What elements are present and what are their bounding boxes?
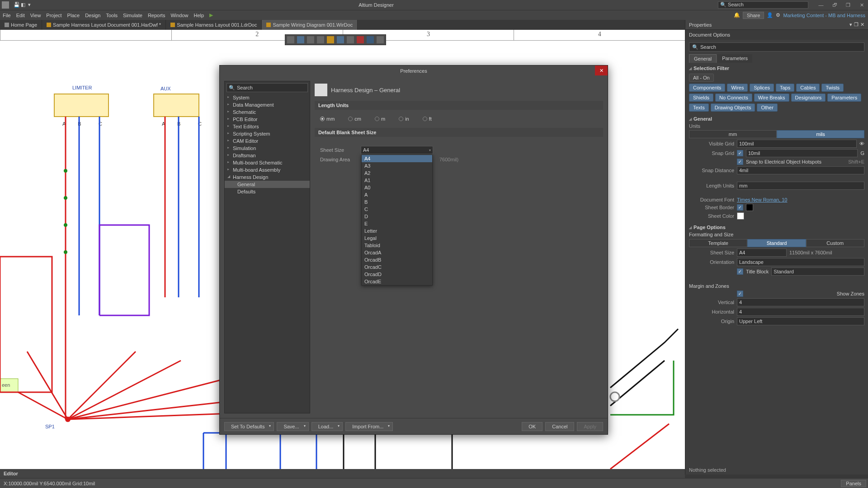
option-tabloid[interactable]: Tabloid [362, 242, 432, 249]
delete-icon[interactable] [357, 36, 364, 43]
load-button[interactable]: Load... [311, 422, 343, 431]
import-button[interactable]: Import From... [345, 422, 393, 431]
wire-icon[interactable] [337, 36, 344, 43]
dialog-titlebar[interactable]: Preferences ✕ [220, 66, 608, 76]
section-title[interactable]: Selection Filter [689, 66, 864, 71]
option-d[interactable]: D [362, 213, 432, 220]
workspace-label[interactable]: Marketing Content - MB and Harness [783, 13, 865, 18]
tab-home[interactable]: Home Page [0, 20, 42, 30]
play-icon[interactable]: ▶ [209, 12, 213, 18]
filter-icon[interactable] [287, 36, 294, 43]
sheet-size-select[interactable]: A4 [737, 249, 787, 257]
save-icon[interactable]: 💾 [14, 2, 20, 8]
break-icon[interactable] [347, 36, 354, 43]
option-b[interactable]: B [362, 198, 432, 206]
properties-search[interactable]: 🔍Search [689, 42, 864, 52]
chip-components[interactable]: Components [689, 84, 725, 92]
orientation-select[interactable]: Landscape [737, 258, 864, 266]
units-mils[interactable]: mils [777, 130, 864, 138]
editor-strip-label[interactable]: Editor [4, 471, 18, 476]
global-search[interactable]: 🔍 Search [718, 1, 808, 9]
restore-button[interactable]: 🗗 [830, 2, 839, 8]
title-block-select[interactable]: Standard [771, 267, 864, 276]
option-orcada[interactable]: OrcadA [362, 249, 432, 256]
radio-mm[interactable]: mm [320, 116, 335, 122]
text-icon[interactable] [367, 36, 374, 43]
fmt-template[interactable]: Template [689, 239, 747, 247]
option-a[interactable]: A [362, 191, 432, 198]
chip-all-on[interactable]: All - On [689, 74, 714, 82]
tree-text-editors[interactable]: Text Editors [225, 123, 310, 130]
pin-icon[interactable]: ▾ [849, 22, 852, 28]
length-units-select[interactable]: mm [737, 182, 864, 190]
show-zones-check[interactable]: ✓ [737, 291, 743, 297]
option-c[interactable]: C [362, 206, 432, 213]
sheet-border-color[interactable] [746, 204, 753, 211]
chip-taps[interactable]: Taps [776, 84, 794, 92]
chip-noconnects[interactable]: No Connects [715, 94, 752, 102]
toggle-icon[interactable]: ◧ [21, 2, 27, 8]
dock-icon[interactable]: ❐ [854, 22, 859, 28]
tree-pcb-editor[interactable]: PCB Editor [225, 116, 310, 123]
chip-splices[interactable]: Splices [750, 84, 774, 92]
sheet-size-combo[interactable]: A4 A4 A3 A2 A1 A0 A B C D E Lette [361, 146, 433, 154]
floating-toolbar[interactable] [285, 34, 386, 45]
chip-parameters[interactable]: Parameters [827, 94, 861, 102]
save-button[interactable]: Save... [277, 422, 308, 431]
horizontal-input[interactable]: 4 [737, 308, 864, 316]
panels-button[interactable]: Panels [841, 480, 866, 487]
maximize-button[interactable]: ❐ [844, 2, 853, 8]
plus-icon[interactable] [297, 36, 304, 43]
tree-multiboard-assembly[interactable]: Multi-board Assembly [225, 166, 310, 174]
visible-grid-input[interactable]: 100mil [737, 140, 857, 148]
menu-reports[interactable]: Reports [148, 13, 165, 18]
circle-icon[interactable] [377, 36, 384, 43]
minimize-button[interactable]: — [816, 2, 826, 8]
close-button[interactable]: ✕ [857, 2, 866, 8]
rect-icon[interactable] [307, 36, 314, 43]
units-mm[interactable]: mm [689, 130, 777, 138]
tree-draftsman[interactable]: Draftsman [225, 152, 310, 159]
units-segmented[interactable]: mmmils [689, 130, 864, 138]
share-button[interactable]: Share [743, 12, 764, 19]
radio-m[interactable]: m [375, 116, 385, 122]
menu-design[interactable]: Design [85, 13, 100, 18]
option-a3[interactable]: A3 [362, 162, 432, 169]
close-panel-icon[interactable]: ✕ [860, 22, 864, 28]
chip-shields[interactable]: Shields [689, 94, 713, 102]
chip-other[interactable]: Other [757, 103, 778, 112]
title-block-check[interactable]: ✓ [737, 268, 743, 275]
snap-grid-input[interactable]: 10mil [746, 149, 858, 157]
menu-edit[interactable]: Edit [16, 13, 25, 18]
align-icon[interactable] [317, 36, 324, 43]
option-a4[interactable]: A4 [362, 155, 432, 162]
tree-data-management[interactable]: Data Management [225, 101, 310, 108]
tab-parameters[interactable]: Parameters [717, 54, 752, 63]
option-orcadc[interactable]: OrcadC [362, 263, 432, 271]
menu-place[interactable]: Place [67, 13, 80, 18]
chip-drawingobjects[interactable]: Drawing Objects [711, 103, 755, 112]
chip-wires[interactable]: Wires [727, 84, 748, 92]
chip-cables[interactable]: Cables [796, 84, 820, 92]
option-e[interactable]: E [362, 220, 432, 227]
prefs-search[interactable]: 🔍Search [226, 83, 308, 92]
menu-simulate[interactable]: Simulate [123, 13, 142, 18]
chip-texts[interactable]: Texts [689, 103, 709, 112]
tree-harness-general[interactable]: General [225, 181, 310, 188]
tree-simulation[interactable]: Simulation [225, 145, 310, 152]
tab-wiring-diagram[interactable]: Sample Wiring Diagram 001.WirDoc [262, 20, 358, 30]
option-a1[interactable]: A1 [362, 177, 432, 184]
option-orcade[interactable]: OrcadE [362, 278, 432, 285]
tree-system[interactable]: System [225, 94, 310, 101]
option-orcadb[interactable]: OrcadB [362, 256, 432, 263]
chevron-down-icon[interactable]: ▾ [28, 2, 34, 8]
snap-distance-input[interactable]: 4mil [737, 166, 864, 174]
tab-general[interactable]: General [689, 54, 717, 63]
vertical-input[interactable]: 4 [737, 298, 864, 306]
menu-project[interactable]: Project [46, 13, 61, 18]
menu-help[interactable]: Help [194, 13, 204, 18]
format-segmented[interactable]: TemplateStandardCustom [689, 239, 864, 247]
radio-cm[interactable]: cm [348, 116, 361, 122]
connect-icon[interactable] [327, 36, 334, 43]
snap-hotspots-check[interactable]: ✓ [737, 159, 743, 165]
